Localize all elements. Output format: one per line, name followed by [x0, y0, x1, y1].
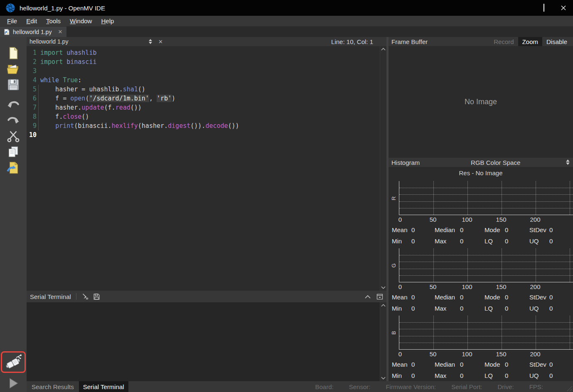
- code-editor[interactable]: 1import uhashlib2import binascii34while …: [27, 46, 380, 291]
- cut-button[interactable]: [4, 128, 22, 144]
- document-tabstrip: helloworld 1.py ✕: [0, 27, 573, 37]
- stat-stdev: StDev0: [529, 359, 573, 370]
- menu-window[interactable]: Window: [65, 16, 96, 26]
- menu-help[interactable]: Help: [96, 16, 118, 26]
- editor-close-icon[interactable]: ✕: [158, 39, 163, 45]
- open-file-button[interactable]: [4, 61, 22, 77]
- menu-file[interactable]: File: [2, 16, 22, 26]
- serial-scrollbar[interactable]: [380, 302, 386, 381]
- histogram-channel-g: G050100150200Mean0Median0Mode0StDev0Min0…: [389, 248, 573, 314]
- clear-terminal-icon[interactable]: [81, 293, 89, 300]
- minimize-button[interactable]: [514, 0, 534, 16]
- search-results-tab[interactable]: Search Results: [27, 381, 78, 392]
- scroll-up-icon[interactable]: [381, 47, 386, 51]
- code-line-10[interactable]: 10: [27, 130, 380, 140]
- maximize-icon: [543, 4, 544, 12]
- status-field-sensor: Sensor:: [349, 383, 371, 390]
- code-line-4[interactable]: 4while True:: [27, 76, 380, 85]
- stat-stdev: StDev0: [529, 224, 573, 235]
- stat-min: Min0: [392, 370, 435, 381]
- save-log-icon[interactable]: [93, 293, 100, 300]
- code-line-8[interactable]: 8 f.close(): [27, 112, 380, 121]
- line-number: 6: [27, 94, 37, 103]
- window-title: helloworld_1.py - OpenMV IDE: [20, 5, 105, 12]
- statusbar: Search Results Serial Terminal Board:Sen…: [27, 381, 573, 392]
- connect-highlight-box: [1, 351, 26, 373]
- stat-uq: UQ0: [529, 303, 573, 314]
- stat-max: Max0: [435, 303, 484, 314]
- line-number: 5: [27, 85, 37, 94]
- stat-median: Median0: [435, 224, 484, 235]
- paste-button[interactable]: [4, 160, 22, 176]
- resize-grip-icon[interactable]: [566, 385, 572, 391]
- updown-arrows-icon: [566, 159, 570, 165]
- channel-stats: Mean0Median0Mode0StDev0Min0Max0LQ0UQ0: [389, 224, 573, 247]
- maximize-button[interactable]: [534, 0, 553, 16]
- stat-mode: Mode0: [484, 224, 529, 235]
- tab-helloworld[interactable]: helloworld 1.py ✕: [0, 27, 66, 37]
- code-line-7[interactable]: 7 hasher.update(f.read()): [27, 103, 380, 112]
- x-axis-ticks: 050100150200: [399, 282, 573, 292]
- channel-stats: Mean0Median0Mode0StDev0Min0Max0LQ0UQ0: [389, 292, 573, 314]
- cursor-position: Line: 10, Col: 1: [331, 38, 383, 45]
- run-script-button[interactable]: [4, 375, 22, 391]
- serial-terminal-tab[interactable]: Serial Terminal: [79, 381, 128, 392]
- histogram-title: Histogram: [391, 159, 420, 166]
- openmv-ide-window: helloworld_1.py - OpenMV IDE FileEditToo…: [0, 0, 573, 392]
- histogram-resolution-text: Res - No Image: [389, 167, 573, 179]
- openmv-logo-icon: [5, 3, 15, 13]
- code-line-3[interactable]: 3: [27, 66, 380, 76]
- histogram-plot-b: [399, 316, 573, 350]
- close-icon: [561, 5, 566, 11]
- histogram-plot-r: [399, 181, 573, 215]
- code-line-9[interactable]: 9 print(binascii.hexlify(hasher.digest()…: [27, 121, 380, 130]
- redo-button[interactable]: [4, 113, 22, 128]
- close-button[interactable]: [553, 0, 573, 16]
- copy-button[interactable]: [4, 144, 22, 160]
- menu-tools[interactable]: Tools: [42, 16, 65, 26]
- code-line-2[interactable]: 2import binascii: [27, 57, 380, 66]
- stat-max: Max0: [435, 235, 484, 247]
- line-number: 2: [27, 57, 37, 66]
- paste-icon: [6, 161, 20, 175]
- histogram-channel-r: R050100150200Mean0Median0Mode0StDev0Min0…: [389, 181, 573, 247]
- histogram-header: Histogram RGB Color Space: [389, 158, 573, 167]
- tab-label: helloworld 1.py: [13, 29, 52, 35]
- save-file-button[interactable]: [4, 77, 22, 93]
- code-line-6[interactable]: 6 f = open('/sdcard/1m.bin', 'rb'): [27, 94, 380, 103]
- panel-mode-icon[interactable]: [376, 294, 383, 300]
- stat-max: Max0: [435, 370, 484, 381]
- cut-icon: [6, 129, 20, 143]
- line-number: 8: [27, 112, 37, 121]
- zoom-button[interactable]: Zoom: [518, 37, 542, 46]
- scroll-up-icon[interactable]: [381, 304, 386, 307]
- scroll-down-icon[interactable]: [381, 377, 386, 380]
- redo-icon: [6, 113, 20, 127]
- undo-button[interactable]: [4, 97, 22, 113]
- record-button[interactable]: Record: [489, 37, 518, 46]
- status-field-drive: Drive:: [497, 383, 514, 390]
- editor-pane: helloworld 1.py ✕ Line: 10, Col: 1 1impo…: [27, 37, 386, 381]
- status-field-fps: FPS:: [529, 383, 543, 390]
- serial-terminal-output[interactable]: [27, 302, 380, 381]
- tab-close-icon[interactable]: ✕: [58, 29, 62, 35]
- code-line-5[interactable]: 5 hasher = uhashlib.sha1(): [27, 85, 380, 94]
- color-space-selector[interactable]: RGB Color Space: [420, 158, 571, 167]
- menu-edit[interactable]: Edit: [22, 16, 42, 26]
- histogram-channel-b: B050100150200Mean0Median0Mode0StDev0Min0…: [389, 316, 573, 381]
- left-toolbar: [0, 37, 27, 392]
- no-image-text: No Image: [465, 98, 497, 106]
- histogram-plot-g: [399, 248, 573, 282]
- connect-button[interactable]: [3, 353, 23, 371]
- x-axis-ticks: 050100150200: [399, 350, 573, 359]
- scroll-down-icon[interactable]: [381, 286, 386, 289]
- new-file-button[interactable]: [4, 45, 22, 61]
- titlebar: helloworld_1.py - OpenMV IDE: [0, 0, 573, 16]
- open-document-selector[interactable]: helloworld 1.py: [30, 38, 152, 45]
- line-number: 7: [27, 103, 37, 112]
- code-line-1[interactable]: 1import uhashlib: [27, 48, 380, 57]
- editor-scrollbar[interactable]: [380, 46, 386, 291]
- editor-header: helloworld 1.py ✕ Line: 10, Col: 1: [27, 37, 386, 46]
- disable-button[interactable]: Disable: [542, 37, 571, 46]
- collapse-panel-icon[interactable]: [365, 295, 371, 299]
